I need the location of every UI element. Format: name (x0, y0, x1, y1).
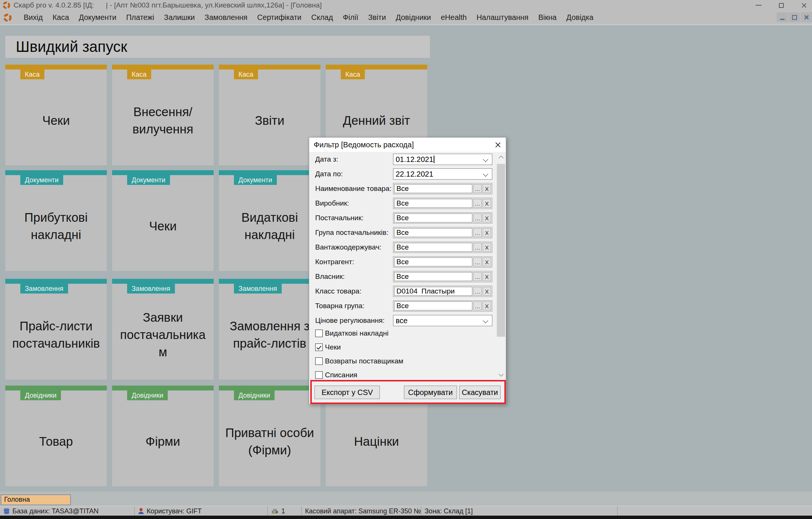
picker-more-button[interactable]: … (473, 287, 482, 296)
picker-field[interactable]: Все (394, 243, 472, 252)
date-from-combo[interactable]: 01.12.2021 (393, 154, 492, 165)
picker-more-button[interactable]: … (473, 301, 482, 310)
picker-field[interactable]: Все (394, 301, 472, 310)
tile-color-bar (112, 279, 214, 284)
menu-dovidnyky[interactable]: Довідники (391, 11, 436, 24)
picker-field[interactable]: Все (394, 257, 472, 266)
tile-color-bar (219, 170, 320, 175)
tile-zamovlennia-z-prais-lystiv[interactable]: Замовлення Замовлення з прайс-листів (219, 279, 320, 380)
menu-platezhi[interactable]: Платежі (121, 11, 159, 24)
picker-more-button[interactable]: … (473, 272, 482, 281)
field-label: Цінове регулювання: (315, 316, 393, 325)
close-button[interactable] (801, 3, 807, 8)
checkbox-vydatkovi-nakladni[interactable]: Видаткові накладні (315, 330, 497, 337)
tile-cheky-kasa[interactable]: Каса Чеки (5, 65, 107, 165)
menu-kasa[interactable]: Каса (48, 11, 74, 24)
filter-dialog-titlebar[interactable]: Фильтр [Ведомость расхода] (309, 138, 506, 152)
tile-label: Товар (34, 422, 78, 450)
picker-more-button[interactable]: … (473, 213, 482, 222)
generate-button[interactable]: Сформувати (404, 386, 457, 399)
picker-more-button[interactable]: … (473, 199, 482, 208)
tile-vnesennia-vyluchennia[interactable]: Каса Внесення/вилучення (112, 65, 214, 165)
scroll-up-icon[interactable] (497, 152, 505, 162)
tile-label: Прайс-листи постачальників (5, 306, 107, 352)
bottom-tabstrip: Головна (0, 492, 812, 506)
checkbox-box[interactable] (315, 343, 323, 351)
mdi-restore-button[interactable] (789, 12, 800, 22)
picker-clear-button[interactable]: X (483, 287, 491, 296)
picker-clear-button[interactable]: X (483, 243, 491, 252)
picker-clear-button[interactable]: X (483, 272, 491, 281)
tile-zaiavky[interactable]: Замовлення Заявки постачальникам (112, 279, 214, 380)
menu-dovidka[interactable]: Довідка (562, 11, 598, 24)
tile-zvity-kasa[interactable]: Каса Звіти (219, 65, 320, 165)
tile-pryvatni-osoby[interactable]: Довідники Приватні особи (Фірми) (219, 386, 320, 486)
checkbox-box[interactable] (315, 371, 323, 379)
menu-vykhid[interactable]: Вихід (19, 11, 48, 24)
menu-zvity[interactable]: Звіти (363, 11, 391, 24)
picker-field[interactable]: Все (394, 213, 472, 222)
picker-field[interactable]: Все (394, 184, 472, 193)
scrollbar-thumb[interactable] (497, 164, 505, 337)
menu-zalyshky[interactable]: Залишки (159, 11, 200, 24)
tile-label: Внесення/вилучення (112, 92, 214, 138)
menu-vikna[interactable]: Вікна (533, 11, 562, 24)
dialog-close-icon[interactable] (489, 138, 506, 152)
picker-clear-button[interactable]: X (483, 301, 491, 310)
chevron-down-icon (483, 157, 488, 162)
tile-vydatkovi-nakladni[interactable]: Документи Видаткові накладні (219, 170, 320, 271)
picker-field[interactable]: Все (394, 272, 472, 281)
mdi-minimize-button[interactable] (777, 12, 788, 22)
checkbox-spisaniya[interactable]: Списания (315, 371, 497, 379)
menu-zamovlennia[interactable]: Замовлення (200, 11, 252, 24)
menu-filii[interactable]: Філії (338, 11, 363, 24)
picker-clear-button[interactable]: X (483, 213, 491, 222)
owner-picker: Все … X (393, 271, 492, 282)
picker-more-button[interactable]: … (473, 243, 482, 252)
field-label: Вантажоодержувач: (315, 243, 393, 251)
cancel-button[interactable]: Скасувати (459, 386, 501, 399)
tab-holovna[interactable]: Головна (1, 495, 71, 505)
tile-firmy[interactable]: Довідники Фірми (112, 386, 214, 486)
dialog-scrollbar[interactable] (497, 152, 505, 380)
minimize-button[interactable] (756, 5, 762, 6)
picker-more-button[interactable]: … (473, 184, 482, 193)
tile-cheky-dokumenty[interactable]: Документи Чеки (112, 170, 214, 271)
date-to-combo[interactable]: 22.12.2021 (393, 168, 492, 180)
export-csv-button[interactable]: Експорт у CSV (314, 386, 380, 399)
tile-color-bar (326, 65, 427, 70)
menu-dokumenty[interactable]: Документи (74, 11, 121, 24)
checkbox-box[interactable] (315, 357, 323, 365)
checkbox-box[interactable] (315, 330, 323, 337)
price-regulation-combo[interactable]: все (393, 315, 492, 326)
menu-sertyfikaty[interactable]: Сертифікати (252, 11, 307, 24)
picker-field[interactable]: Все (394, 228, 472, 237)
picker-field[interactable]: D0104 Пластыри (394, 287, 472, 296)
field-label: Класс товара: (315, 287, 393, 295)
tile-tovar[interactable]: Довідники Товар (5, 386, 107, 486)
picker-field[interactable]: Все (394, 199, 472, 208)
counterparty-picker: Все … X (393, 256, 492, 268)
mdi-close-button[interactable] (801, 12, 812, 22)
field-label: Постачальник: (315, 214, 393, 222)
picker-clear-button[interactable]: X (483, 228, 491, 237)
status-filler (618, 506, 812, 516)
picker-clear-button[interactable]: X (483, 199, 491, 208)
picker-clear-button[interactable]: X (483, 184, 491, 193)
picker-more-button[interactable]: … (473, 257, 482, 266)
tile-category-tag: Замовлення (127, 284, 175, 294)
restore-button[interactable] (779, 3, 784, 8)
scroll-down-icon[interactable] (497, 369, 505, 380)
picker-clear-button[interactable]: X (483, 257, 491, 266)
supplier-picker: Все … X (393, 212, 492, 224)
tile-color-bar (112, 65, 214, 70)
tile-prybutkovi-nakladni[interactable]: Документи Прибуткові накладні (5, 170, 107, 271)
menu-sklad[interactable]: Склад (307, 11, 338, 24)
menu-ehealth[interactable]: eHealth (436, 11, 472, 24)
tile-prais-lysty[interactable]: Замовлення Прайс-листи постачальників (5, 279, 107, 380)
menu-nalashtuvannia[interactable]: Налаштування (472, 11, 533, 24)
checkbox-vozvraty[interactable]: Возвраты поставщикам (315, 357, 497, 365)
checkbox-cheky[interactable]: Чеки (315, 343, 497, 351)
tile-category-tag: Довідники (20, 390, 61, 400)
picker-more-button[interactable]: … (473, 228, 482, 237)
